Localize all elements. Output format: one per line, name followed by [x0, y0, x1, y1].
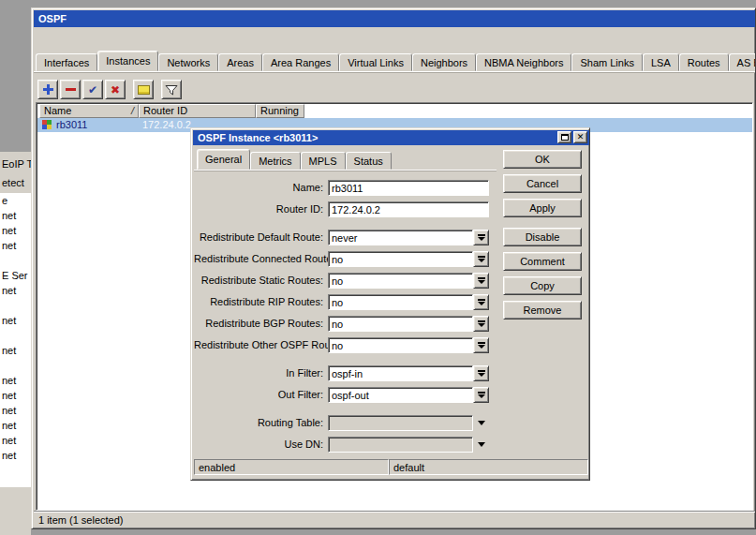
redistribute-default-route-dropdown-button[interactable] — [473, 230, 489, 245]
ospf-window-titlebar[interactable]: OSPF — [34, 10, 755, 27]
disable-button[interactable]: ✖ — [105, 80, 126, 99]
background-list-item: e — [0, 193, 31, 208]
maximize-icon — [561, 134, 569, 141]
column-header-label: Name — [44, 105, 71, 116]
remove-button[interactable] — [60, 80, 81, 99]
remove-button[interactable]: Remove — [503, 301, 582, 320]
background-list-item: net — [0, 448, 31, 463]
form-row: Out Filter: — [194, 386, 496, 408]
form-row: Redistribute RIP Routes: — [194, 293, 496, 315]
tab-interfaces[interactable]: Interfaces — [36, 53, 97, 71]
tab-metrics[interactable]: Metrics — [250, 152, 300, 170]
out-filter-label: Out Filter: — [194, 389, 323, 400]
disable-button[interactable]: Disable — [503, 228, 582, 246]
tab-general[interactable]: General — [197, 149, 250, 170]
column-header-name[interactable]: Name/ — [39, 104, 139, 118]
cancel-button[interactable]: Cancel — [503, 174, 582, 193]
ospf-tab-bar: InterfacesInstancesNetworksAreasArea Ran… — [36, 51, 755, 71]
routing-table-value — [328, 415, 473, 431]
comment-button[interactable] — [133, 80, 154, 99]
apply-button[interactable]: Apply — [503, 199, 582, 217]
tab-sham-links[interactable]: Sham Links — [571, 53, 642, 71]
redistribute-rip-routes-label: Redistribute RIP Routes: — [194, 296, 323, 307]
tab-nbma-neighbors[interactable]: NBMA Neighbors — [476, 53, 571, 71]
redistribute-static-routes-input[interactable] — [328, 273, 473, 289]
tab-routes[interactable]: Routes — [679, 53, 729, 71]
redistribute-static-routes-dropdown-button[interactable] — [473, 273, 489, 289]
background-text-bottom: etect — [0, 173, 31, 192]
router-id-input[interactable] — [328, 201, 489, 217]
add-button[interactable] — [37, 80, 58, 99]
dialog-status-enabled: enabled — [194, 459, 389, 475]
redistribute-bgp-routes-input[interactable] — [328, 316, 473, 332]
redistribute-other-ospf-routes-input[interactable] — [328, 337, 473, 353]
field-group: Routing Table:Use DN: — [194, 414, 496, 457]
name-input[interactable] — [328, 180, 489, 196]
redistribute-static-routes-control — [328, 273, 489, 289]
dialog-titlebar[interactable]: OSPF Instance <rb3011> ✕ — [193, 130, 589, 145]
close-button[interactable]: ✕ — [573, 131, 587, 143]
ospf-instance-icon — [42, 120, 52, 129]
redistribute-default-route-label: Redistribute Default Route: — [194, 231, 323, 243]
background-list-item: net — [0, 388, 31, 403]
tab-status[interactable]: Status — [346, 152, 392, 170]
redistribute-bgp-routes-dropdown-button[interactable] — [473, 316, 489, 332]
tab-networks[interactable]: Networks — [158, 53, 218, 71]
redistribute-connected-routes-label: Redistribute Connected Routes: — [194, 253, 323, 264]
close-icon: ✕ — [577, 133, 585, 141]
plus-icon — [43, 84, 53, 95]
dropdown-arrow-icon — [478, 442, 485, 447]
in-filter-label: In Filter: — [194, 367, 323, 379]
dropdown-arrow-icon — [478, 421, 485, 425]
out-filter-dropdown-button[interactable] — [473, 387, 489, 403]
name-label: Name: — [194, 182, 323, 193]
redistribute-default-route-input[interactable] — [328, 230, 473, 245]
ospf-instance-dialog: OSPF Instance <rb3011> ✕ GeneralMetricsM… — [190, 127, 590, 481]
copy-button[interactable]: Copy — [503, 276, 582, 295]
use-dn-dropdown-button — [473, 437, 489, 453]
background-list-item: net — [0, 223, 31, 238]
redistribute-connected-routes-input[interactable] — [328, 251, 473, 267]
tab-virtual-links[interactable]: Virtual Links — [339, 53, 412, 71]
background-list-item: net — [0, 343, 31, 358]
field-group: Name:Router ID: — [194, 179, 496, 222]
background-panel-bottom — [0, 487, 31, 535]
filter-button[interactable] — [161, 80, 182, 99]
sort-indicator-icon: / — [131, 105, 134, 117]
background-list-item: net — [0, 433, 31, 448]
background-list-item — [0, 253, 31, 268]
maximize-button[interactable] — [557, 131, 571, 143]
out-filter-control — [328, 387, 489, 403]
column-header-running[interactable]: Running — [256, 104, 304, 118]
in-filter-input[interactable] — [328, 365, 473, 381]
background-panel: EoIP T etect — [0, 152, 31, 193]
dropdown-arrow-icon — [478, 320, 485, 328]
redistribute-rip-routes-input[interactable] — [328, 294, 473, 310]
in-filter-dropdown-button[interactable] — [473, 365, 489, 381]
dropdown-arrow-icon — [478, 341, 485, 349]
tab-instances[interactable]: Instances — [97, 51, 158, 71]
status-bar: 1 item (1 selected) — [34, 511, 755, 528]
background-list-item: net — [0, 373, 31, 388]
background-list-item: net — [0, 283, 31, 298]
form-row: Router ID: — [194, 201, 496, 222]
tab-as-border-routers[interactable]: AS Border Routers — [729, 53, 755, 71]
ok-button[interactable]: OK — [503, 150, 582, 169]
tab-neighbors[interactable]: Neighbors — [412, 53, 476, 71]
redistribute-bgp-routes-control — [328, 316, 489, 332]
form-row: Redistribute BGP Routes: — [194, 315, 496, 336]
tab-mpls[interactable]: MPLS — [301, 152, 346, 170]
out-filter-input[interactable] — [328, 387, 473, 403]
column-header-label: Router ID — [143, 105, 187, 116]
dropdown-arrow-icon — [478, 233, 485, 242]
comment-button[interactable]: Comment — [503, 252, 582, 271]
redistribute-other-ospf-routes-dropdown-button[interactable] — [473, 337, 489, 353]
tab-divider — [194, 170, 497, 171]
redistribute-rip-routes-dropdown-button[interactable] — [473, 294, 489, 310]
tab-area-ranges[interactable]: Area Ranges — [262, 53, 339, 71]
tab-lsa[interactable]: LSA — [643, 53, 679, 71]
enable-button[interactable]: ✔ — [82, 80, 103, 99]
tab-areas[interactable]: Areas — [218, 53, 262, 71]
redistribute-connected-routes-dropdown-button[interactable] — [473, 251, 489, 267]
column-header-router-id[interactable]: Router ID — [139, 104, 256, 118]
